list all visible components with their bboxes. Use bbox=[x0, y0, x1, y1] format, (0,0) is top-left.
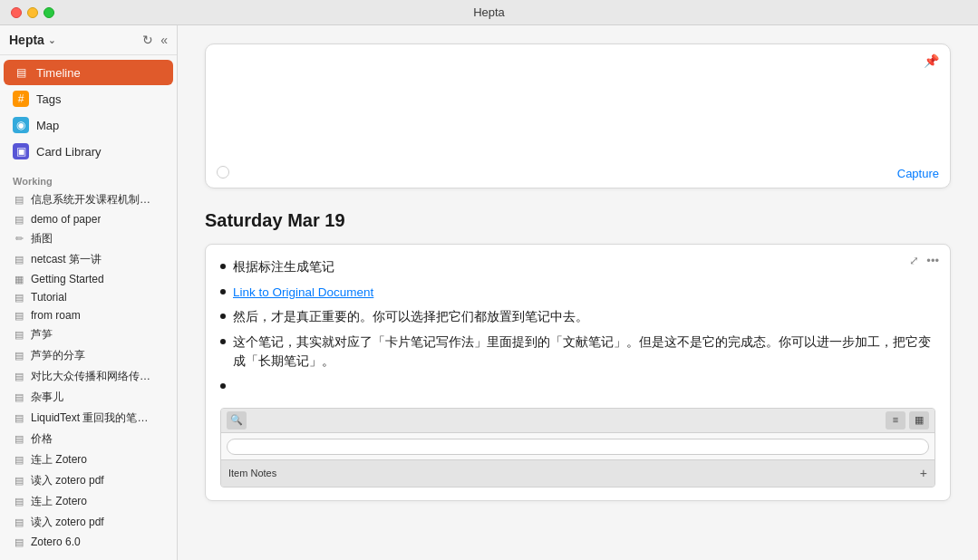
map-nav-icon: ◉ bbox=[13, 117, 29, 133]
zotero-search-input[interactable] bbox=[227, 439, 929, 455]
sidebar-item-label: 芦笋的分享 bbox=[31, 348, 85, 363]
nav-items: ▤Timeline#Tags◉Map▣Card Library bbox=[0, 55, 177, 169]
sidebar-item[interactable]: ▤价格 bbox=[0, 429, 177, 449]
sidebar-item-icon: ▤ bbox=[13, 310, 25, 322]
sidebar-item[interactable]: ▤netcast 第一讲 bbox=[0, 249, 177, 270]
minimize-button[interactable] bbox=[27, 7, 38, 18]
sidebar-item[interactable]: ▤连上 Zotero bbox=[0, 491, 177, 512]
sidebar-item[interactable]: ▤对比大众传播和网络传播这... bbox=[0, 366, 177, 387]
timeline-nav-label: Timeline bbox=[36, 66, 81, 80]
zotero-widget: 🔍 ≡ ▦ Item Notes + bbox=[220, 408, 935, 488]
traffic-lights bbox=[11, 7, 54, 18]
link-to-original[interactable]: Link to Original Document bbox=[233, 283, 373, 303]
sidebar-item-icon: ▤ bbox=[13, 391, 25, 403]
app-name-area[interactable]: Hepta ⌄ bbox=[9, 33, 55, 47]
sidebar-item-timeline[interactable]: ▤Timeline bbox=[4, 60, 173, 85]
sidebar-item-label: 对比大众传播和网络传播这... bbox=[31, 369, 158, 384]
collapse-sidebar-icon[interactable]: « bbox=[160, 33, 168, 47]
sidebar-header-icons: ↻ « bbox=[142, 33, 168, 47]
zotero-item-notes-header: Item Notes + bbox=[221, 459, 934, 486]
date-heading: Saturday Mar 19 bbox=[205, 210, 951, 231]
sidebar-item-icon: ▦ bbox=[13, 274, 25, 285]
note-card-icons: ⤢ ••• bbox=[909, 254, 939, 267]
sidebar-item-icon: ▤ bbox=[13, 214, 25, 226]
main-content: 📌 Capture Saturday Mar 19 ⤢ ••• 根据标注生成笔记 bbox=[178, 25, 978, 560]
sidebar-item-icon: ▤ bbox=[13, 194, 25, 206]
sidebar-item-label: Zotero 6.0 bbox=[31, 536, 81, 548]
bullet-text-4: 这个笔记，其实就对应了「卡片笔记写作法」里面提到的「文献笔记」。但是这不是它的完… bbox=[233, 333, 935, 372]
zotero-list-icon[interactable]: ≡ bbox=[886, 411, 905, 430]
maximize-button[interactable] bbox=[44, 7, 54, 18]
sidebar-item-label: netcast 第一讲 bbox=[31, 252, 102, 267]
bullet-item-5 bbox=[220, 377, 935, 397]
sidebar-item-label: from roam bbox=[31, 309, 81, 322]
sidebar-item-icon: ▤ bbox=[13, 454, 25, 466]
capture-button[interactable]: Capture bbox=[897, 167, 939, 180]
sidebar-item[interactable]: ▤芦笋的分享 bbox=[0, 345, 177, 366]
sidebar-item-tags[interactable]: #Tags bbox=[4, 86, 173, 111]
sidebar-item-icon: ▤ bbox=[13, 412, 25, 424]
sidebar-item-label: 连上 Zotero bbox=[31, 452, 87, 468]
sidebar-item[interactable]: ▤Tutorial bbox=[0, 288, 177, 306]
sidebar-item-label: 价格 bbox=[31, 431, 53, 447]
sidebar-item[interactable]: ▤杂事儿 bbox=[0, 387, 177, 408]
tags-nav-label: Tags bbox=[36, 92, 61, 106]
sidebar-item-card-library[interactable]: ▣Card Library bbox=[4, 139, 173, 164]
sidebar-item-map[interactable]: ◉Map bbox=[4, 112, 173, 138]
bullet-item-1: 根据标注生成笔记 bbox=[220, 257, 935, 277]
sidebar-item[interactable]: ▦Getting Started bbox=[0, 270, 177, 288]
sidebar-item[interactable]: ▤芦笋 bbox=[0, 324, 177, 345]
refresh-icon[interactable]: ↻ bbox=[142, 33, 153, 47]
sidebar-item-icon: ▤ bbox=[13, 254, 25, 266]
window-title: Hepta bbox=[473, 5, 505, 19]
bullet-item-4: 这个笔记，其实就对应了「卡片笔记写作法」里面提到的「文献笔记」。但是这不是它的完… bbox=[220, 333, 935, 372]
section-label-working: Working bbox=[0, 169, 177, 189]
capture-box: 📌 Capture bbox=[205, 43, 951, 188]
zotero-magnifier-icon[interactable]: 🔍 bbox=[227, 411, 247, 430]
sidebar-item[interactable]: ▤Zotero 6.0 bbox=[0, 533, 177, 551]
sidebar-item[interactable]: ▤from roam bbox=[0, 306, 177, 324]
zotero-view-icon[interactable]: ▦ bbox=[909, 411, 929, 430]
sidebar-item[interactable]: ▤读入 zotero pdf bbox=[0, 470, 177, 491]
bullet-text-1: 根据标注生成笔记 bbox=[233, 257, 334, 277]
sidebar-item-label: Getting Started bbox=[31, 273, 104, 285]
zotero-search-row bbox=[221, 433, 934, 460]
close-button[interactable] bbox=[11, 7, 22, 18]
expand-icon[interactable]: ⤢ bbox=[909, 254, 919, 267]
sidebar-item[interactable]: ▤LiquidText 重回我的笔记系统 bbox=[0, 408, 177, 429]
app-container: Hepta ⌄ ↻ « ▤Timeline#Tags◉Map▣Card Libr… bbox=[0, 25, 978, 560]
sidebar-header: Hepta ⌄ ↻ « bbox=[0, 25, 177, 55]
sidebar-item-label: Tutorial bbox=[31, 291, 67, 304]
bullet-dot-1 bbox=[220, 264, 226, 269]
bullet-text-3: 然后，才是真正重要的。你可以选择把它们都放置到笔记中去。 bbox=[233, 307, 588, 327]
sidebar-item-icon: ▤ bbox=[13, 350, 25, 362]
more-options-icon[interactable]: ••• bbox=[926, 254, 939, 267]
sidebar-item-icon: ✏ bbox=[13, 233, 25, 245]
card-library-nav-label: Card Library bbox=[36, 145, 102, 159]
pin-icon: 📌 bbox=[924, 53, 939, 68]
sidebar-item[interactable]: ✏插图 bbox=[0, 228, 177, 249]
sidebar-item-icon: ▤ bbox=[13, 475, 25, 487]
sidebar-item-label: 连上 Zotero bbox=[31, 494, 87, 509]
bullet-dot-2 bbox=[220, 289, 226, 294]
sidebar-item-icon: ▤ bbox=[13, 371, 25, 382]
bullet-dot-4 bbox=[220, 339, 226, 344]
sidebar-item[interactable]: ▤连上 Zotero bbox=[0, 449, 177, 470]
zotero-add-button[interactable]: + bbox=[920, 463, 927, 483]
bullet-dot-3 bbox=[220, 314, 226, 319]
sidebar-item-icon: ▤ bbox=[13, 517, 25, 528]
sidebar-item-label: 信息系统开发课程机制设计 bbox=[31, 192, 158, 208]
sidebar-item[interactable]: ▤读入 zotero pdf bbox=[0, 512, 177, 533]
bullet-dot-5 bbox=[220, 383, 226, 389]
sidebar-item[interactable]: ▤demo of paper bbox=[0, 210, 177, 228]
timeline-nav-icon: ▤ bbox=[13, 64, 29, 81]
sidebar-item-icon: ▤ bbox=[13, 536, 25, 548]
sidebar-item[interactable]: ▤信息系统开发课程机制设计 bbox=[0, 189, 177, 210]
sidebar-item-label: 芦笋 bbox=[31, 327, 53, 343]
sidebar-item-label: demo of paper bbox=[31, 213, 101, 226]
tags-nav-icon: # bbox=[13, 91, 29, 107]
sidebar-item-icon: ▤ bbox=[13, 433, 25, 445]
sidebar-item-label: 插图 bbox=[31, 231, 53, 246]
capture-circle-icon bbox=[217, 166, 229, 179]
sidebar-item-icon: ▤ bbox=[13, 496, 25, 507]
